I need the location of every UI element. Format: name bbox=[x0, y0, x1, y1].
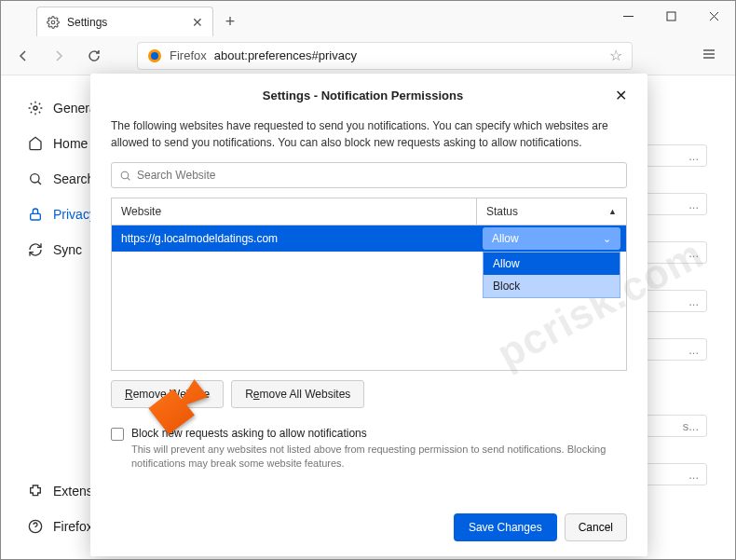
back-button[interactable] bbox=[12, 45, 34, 67]
svg-point-11 bbox=[31, 174, 39, 183]
website-list: https://g.localmodeldatings.com Allow ⌄ … bbox=[111, 225, 627, 371]
dialog-description: The following websites have requested to… bbox=[111, 117, 627, 151]
search-website-field[interactable] bbox=[111, 162, 627, 188]
svg-line-17 bbox=[128, 177, 130, 180]
help-icon bbox=[27, 518, 44, 535]
app-menu-button[interactable] bbox=[702, 47, 724, 65]
dropdown-option-allow[interactable]: Allow bbox=[484, 253, 620, 275]
new-tab-button[interactable]: + bbox=[217, 8, 243, 34]
svg-rect-13 bbox=[31, 213, 41, 220]
home-icon bbox=[27, 135, 44, 152]
dropdown-option-block[interactable]: Block bbox=[484, 275, 620, 297]
dialog-close-button[interactable]: ✕ bbox=[615, 87, 627, 104]
column-website[interactable]: Website bbox=[112, 198, 477, 225]
search-icon bbox=[119, 170, 131, 182]
settings-button-placeholder: ... bbox=[642, 463, 707, 485]
website-row-selected[interactable]: https://g.localmodeldatings.com Allow ⌄ bbox=[112, 225, 626, 252]
column-status[interactable]: Status ▲ bbox=[477, 198, 626, 225]
url-bar[interactable]: Firefox about:preferences#privacy ☆ bbox=[137, 42, 633, 70]
settings-button-placeholder: ... bbox=[642, 290, 707, 312]
forward-button[interactable] bbox=[48, 45, 70, 67]
window-maximize-button[interactable] bbox=[649, 1, 692, 31]
checkbox-description: This will prevent any websites not liste… bbox=[131, 443, 627, 471]
dialog-title: Settings - Notification Permissions bbox=[111, 89, 615, 102]
status-dropdown-menu: Allow Block bbox=[483, 252, 620, 298]
browser-tab[interactable]: Settings ✕ bbox=[36, 7, 213, 36]
svg-point-0 bbox=[51, 20, 55, 24]
checkbox-label: Block new requests asking to allow notif… bbox=[131, 427, 367, 440]
url-text: about:preferences#privacy bbox=[214, 48, 602, 62]
settings-button-placeholder: ... bbox=[642, 193, 707, 215]
sidebar-item-label: Home bbox=[53, 136, 88, 151]
sync-icon bbox=[27, 241, 44, 258]
search-website-input[interactable] bbox=[137, 169, 619, 182]
search-icon bbox=[27, 171, 44, 187]
tab-close-icon[interactable]: ✕ bbox=[192, 15, 203, 30]
puzzle-icon bbox=[27, 483, 44, 499]
window-minimize-button[interactable] bbox=[607, 1, 649, 31]
svg-point-10 bbox=[34, 106, 37, 110]
chevron-down-icon: ⌄ bbox=[603, 233, 611, 245]
save-changes-button[interactable]: Save Changes bbox=[454, 513, 557, 541]
svg-line-12 bbox=[38, 182, 41, 184]
settings-button-placeholder: ... bbox=[642, 241, 707, 264]
settings-button-placeholder: ... bbox=[642, 144, 707, 167]
browser-toolbar: Firefox about:preferences#privacy ☆ bbox=[1, 36, 735, 75]
window-close-button[interactable] bbox=[692, 1, 735, 31]
block-new-requests-checkbox[interactable] bbox=[111, 428, 124, 441]
sidebar-item-label: Search bbox=[53, 171, 94, 186]
tab-title: Settings bbox=[67, 16, 184, 29]
gear-icon bbox=[27, 100, 44, 116]
firefox-icon bbox=[147, 48, 162, 63]
sidebar-item-label: Sync bbox=[53, 242, 82, 257]
svg-point-16 bbox=[121, 171, 129, 179]
url-prefix: Firefox bbox=[170, 48, 207, 62]
sort-arrow-icon: ▲ bbox=[608, 207, 617, 216]
table-header: Website Status ▲ bbox=[111, 198, 627, 225]
status-dropdown-button[interactable]: Allow ⌄ bbox=[483, 227, 620, 250]
window-titlebar: Settings ✕ + bbox=[1, 1, 735, 36]
svg-point-6 bbox=[151, 52, 158, 60]
remove-all-websites-button[interactable]: Remove All Websites bbox=[231, 380, 364, 408]
remove-website-button[interactable]: Remove Website bbox=[111, 380, 224, 408]
settings-tab-icon bbox=[47, 16, 60, 29]
lock-icon bbox=[27, 206, 44, 223]
svg-rect-2 bbox=[667, 12, 675, 20]
settings-button-placeholder: ... bbox=[642, 338, 707, 361]
settings-button-placeholder: s... bbox=[642, 415, 707, 437]
notification-permissions-dialog: Settings - Notification Permissions ✕ Th… bbox=[90, 74, 647, 556]
cancel-button[interactable]: Cancel bbox=[565, 513, 627, 541]
bookmark-star-icon[interactable]: ☆ bbox=[609, 47, 622, 64]
website-url: https://g.localmodeldatings.com bbox=[112, 232, 477, 245]
reload-button[interactable] bbox=[83, 45, 105, 67]
